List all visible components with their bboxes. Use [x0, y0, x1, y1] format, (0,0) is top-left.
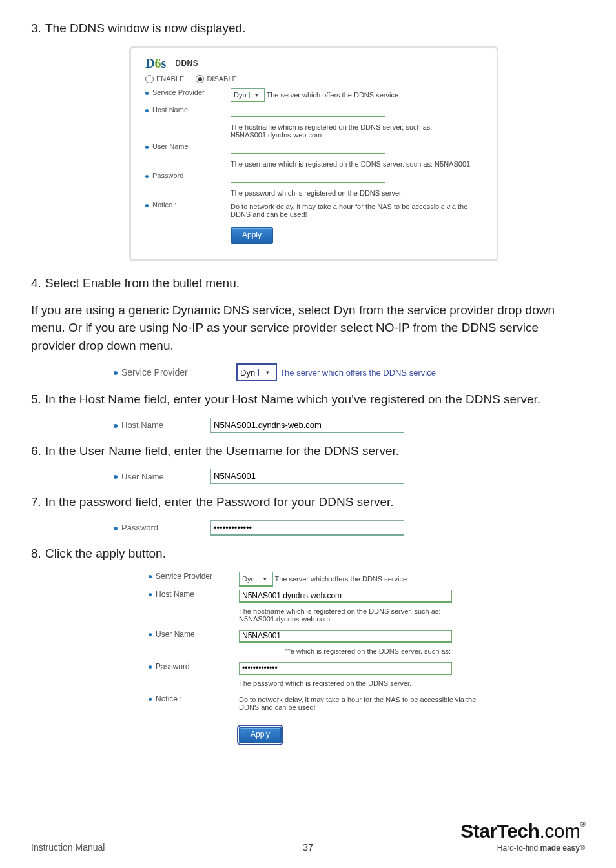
footer-left: Instruction Manual	[31, 842, 105, 853]
chevron-down-icon: ▾	[258, 369, 276, 376]
filled-pass-label: Password	[156, 662, 190, 671]
filled-host-hint: The hostname which is registered on the …	[239, 607, 497, 623]
step-3-text: 3.The DDNS window is now displayed.	[31, 19, 585, 37]
filled-sp-label: Service Provider	[156, 572, 212, 581]
crop-user-input[interactable]	[210, 469, 404, 484]
between-4-5-text: If you are using a generic Dynamic DNS s…	[31, 301, 585, 355]
service-provider-hint: The server which offers the DDNS service	[266, 91, 398, 99]
service-provider-crop: Service Provider Dyn▾ The server which o…	[114, 363, 585, 381]
chevron-down-icon: ▾	[249, 92, 264, 98]
service-provider-select[interactable]: Dyn▾	[231, 88, 265, 102]
crop-sp-select[interactable]: Dyn▾	[236, 363, 277, 381]
crop-sp-hint: The server which offers the DDNS service	[280, 368, 436, 378]
user-name-input[interactable]	[231, 143, 385, 154]
password-hint: The password which is registered on the …	[231, 189, 482, 197]
filled-host-input[interactable]	[239, 590, 452, 603]
step-5-text: 5.In the Host Name field, enter your Hos…	[31, 390, 585, 409]
brand-block: StarTech.com® Hard-to-find made easy®	[460, 820, 585, 853]
label-notice: Notice :	[152, 201, 176, 208]
chevron-down-icon: ▾	[258, 576, 272, 582]
notice-text: Do to network delay, it may take a hour …	[231, 203, 482, 218]
user-name-hint: The username which is registered on the …	[231, 160, 482, 168]
filled-notice-text: Do to network delay, it may take a hour …	[239, 696, 497, 711]
crop-host-label: Host Name	[121, 420, 163, 430]
enable-disable-row: ENABLE DISABLE	[145, 75, 482, 84]
crop-pass-label: Password	[121, 523, 158, 532]
host-name-hint: The hostname which is registered on the …	[231, 123, 482, 139]
filled-user-label: User Name	[156, 630, 195, 639]
label-user-name: User Name	[152, 143, 189, 150]
filled-user-hint: ""e which is registered on the DDNS serv…	[239, 647, 497, 655]
filled-apply-button[interactable]: Apply	[239, 727, 282, 743]
host-name-crop: Host Name	[114, 418, 585, 433]
filled-sp-hint: The server which offers the DDNS service	[274, 575, 407, 583]
nas-logo: D6s	[145, 56, 166, 71]
step-8-text: 8.Click the apply button.	[31, 545, 585, 563]
ddns-panel-screenshot: D6s DDNS ENABLE DISABLE Service Provider…	[129, 46, 498, 262]
filled-host-label: Host Name	[156, 590, 194, 599]
filled-user-input[interactable]	[239, 630, 452, 643]
filled-pass-input[interactable]	[239, 662, 452, 675]
password-crop: Password	[114, 520, 585, 536]
apply-button[interactable]: Apply	[231, 227, 273, 244]
crop-pass-input[interactable]	[210, 520, 404, 536]
page-number: 37	[303, 842, 314, 853]
password-input[interactable]	[231, 172, 385, 183]
filled-sp-select[interactable]: Dyn▾	[239, 572, 273, 587]
filled-notice-label: Notice :	[156, 694, 182, 703]
host-name-input[interactable]	[231, 106, 385, 117]
user-name-crop: User Name	[114, 469, 585, 484]
label-password: Password	[152, 172, 183, 179]
filled-form-screenshot: Service Provider Dyn▾ The server which o…	[149, 572, 497, 743]
step-7-text: 7.In the password field, enter the Passw…	[31, 493, 585, 511]
panel-title: DDNS	[175, 59, 198, 68]
disable-radio[interactable]: DISABLE	[196, 75, 236, 84]
step-4-text: 4.Select Enable from the bullet menu.	[31, 274, 585, 292]
step-6-text: 6.In the User Name field, enter the User…	[31, 442, 585, 460]
crop-sp-label: Service Provider	[121, 367, 188, 378]
label-host-name: Host Name	[152, 106, 188, 114]
enable-radio[interactable]: ENABLE	[145, 75, 184, 84]
filled-pass-hint: The password which is registered on the …	[239, 680, 497, 687]
crop-host-input[interactable]	[210, 418, 404, 433]
crop-user-label: User Name	[121, 472, 164, 481]
label-service-provider: Service Provider	[152, 88, 205, 96]
